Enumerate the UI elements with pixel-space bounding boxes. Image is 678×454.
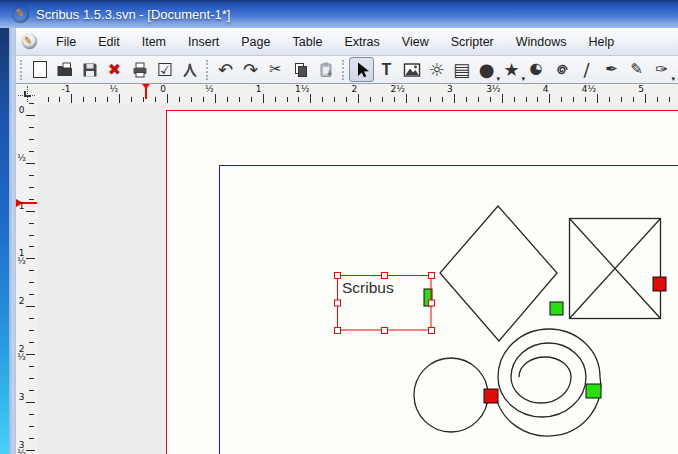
ruler-tick	[143, 97, 144, 102]
insert-text-frame-button[interactable]: T	[374, 57, 399, 82]
text-frame-icon: T	[382, 62, 392, 78]
green-rectangle[interactable]	[586, 384, 601, 398]
v-ruler-label: 2	[17, 297, 26, 305]
ruler-tick	[251, 97, 252, 102]
ruler-tick	[573, 97, 574, 102]
v-ruler-label: 3½	[17, 441, 26, 454]
menu-item-page[interactable]: Page	[230, 31, 281, 53]
ruler-tick	[227, 97, 228, 102]
insert-calligraphic-button[interactable]: ✑ ▾	[649, 57, 674, 82]
ruler-tick	[657, 97, 658, 102]
menu-item-windows[interactable]: Windows	[505, 31, 578, 53]
print-button[interactable]	[127, 57, 152, 82]
menu-item-file[interactable]: File	[45, 31, 87, 53]
table-icon: ▤	[453, 61, 470, 79]
rotate-item-button[interactable]	[674, 57, 678, 82]
printer-icon	[131, 61, 149, 79]
toolbar-separator	[206, 60, 208, 80]
insert-bezier-button[interactable]: ✒	[599, 57, 624, 82]
horizontal-ruler[interactable]: -1½0½11½22½33½44½5	[16, 84, 678, 105]
h-ruler-label: -1	[54, 84, 70, 94]
ruler-tick	[29, 318, 34, 319]
document-window-icon[interactable]	[22, 34, 37, 49]
scribus-logo-icon	[12, 6, 29, 23]
ruler-tick	[561, 97, 562, 102]
redo-button[interactable]: ↷	[238, 57, 263, 82]
ruler-origin-widget[interactable]	[18, 86, 35, 102]
ruler-tick	[442, 97, 443, 102]
canvas-scratch-space[interactable]: Scribus	[37, 105, 678, 454]
ruler-tick	[549, 94, 550, 103]
ruler-tick	[370, 97, 371, 102]
menu-item-help[interactable]: Help	[577, 31, 625, 53]
insert-arc-button[interactable]: ◕	[524, 57, 549, 82]
ruler-tick	[239, 97, 240, 102]
h-ruler-label: 1	[246, 84, 262, 94]
pencil-icon: ✎	[630, 62, 643, 77]
ruler-tick	[334, 97, 335, 102]
v-ruler-label: 2½	[17, 345, 26, 361]
ruler-tick	[633, 97, 634, 102]
menu-item-scripter[interactable]: Scripter	[440, 31, 505, 53]
menu-item-extras[interactable]: Extras	[333, 31, 390, 53]
menu-item-edit[interactable]: Edit	[87, 31, 131, 53]
ruler-tick	[59, 97, 60, 102]
insert-spiral-button[interactable]	[549, 57, 574, 82]
ruler-tick	[29, 390, 34, 391]
insert-table-button[interactable]: ▤	[449, 57, 474, 82]
close-document-button[interactable]: ✖	[102, 57, 127, 82]
red-rectangle[interactable]	[653, 277, 666, 291]
cut-button[interactable]: ✂	[263, 57, 288, 82]
ruler-tick	[167, 94, 168, 103]
preflight-check-icon: ☑	[156, 61, 172, 79]
title-bar[interactable]: Scribus 1.5.3.svn - [Document-1*]	[0, 0, 678, 28]
open-document-button[interactable]	[52, 57, 77, 82]
insert-freehand-button[interactable]: ✎	[624, 57, 649, 82]
h-ruler-label: 1½	[293, 84, 309, 94]
ruler-tick	[29, 270, 34, 271]
insert-polygon-button[interactable]: ★ ▾	[499, 57, 524, 82]
insert-shape-button[interactable]: ● ▾	[474, 57, 499, 82]
ruler-tick	[394, 97, 395, 102]
ruler-tick	[29, 103, 34, 104]
h-ruler-label: 3½	[485, 84, 501, 94]
copy-button[interactable]	[288, 57, 313, 82]
save-floppy-icon	[81, 61, 99, 79]
preflight-verifier-button[interactable]: ☑	[152, 57, 177, 82]
red-rectangle[interactable]	[484, 389, 498, 403]
ruler-tick	[29, 235, 34, 236]
insert-render-frame-button[interactable]: ☼	[424, 57, 449, 82]
ruler-tick	[597, 94, 598, 103]
menu-item-item[interactable]: Item	[131, 31, 177, 53]
menu-item-table[interactable]: Table	[281, 31, 333, 53]
save-document-button[interactable]	[77, 57, 102, 82]
menu-item-insert[interactable]: Insert	[177, 31, 230, 53]
menu-item-view[interactable]: View	[391, 31, 440, 53]
green-rectangle[interactable]	[550, 302, 563, 315]
pen-nib-icon: ✒	[605, 62, 618, 77]
ruler-tick	[83, 97, 84, 102]
paste-button[interactable]	[313, 57, 338, 82]
ruler-tick	[26, 354, 35, 355]
ruler-tick	[454, 94, 455, 103]
document-page[interactable]	[167, 111, 678, 454]
insert-image-frame-button[interactable]	[399, 57, 424, 82]
ruler-tick	[346, 97, 347, 102]
ruler-tick	[131, 97, 132, 102]
text-frame-content[interactable]: Scribus	[342, 279, 394, 296]
new-document-button[interactable]	[27, 57, 52, 82]
ruler-tick	[514, 97, 515, 102]
ruler-tick	[26, 211, 35, 212]
vertical-ruler[interactable]: 0½11½22½33½	[16, 105, 37, 454]
ruler-tick	[215, 94, 216, 103]
spiral-icon	[553, 61, 571, 79]
ruler-tick	[29, 426, 34, 427]
paste-clipboard-icon	[317, 61, 335, 79]
select-item-button[interactable]	[349, 57, 374, 82]
insert-line-button[interactable]: ∕	[574, 57, 599, 82]
ruler-tick	[621, 97, 622, 102]
h-ruler-label: 0	[150, 84, 166, 94]
ruler-tick	[29, 175, 34, 176]
undo-button[interactable]: ↶	[213, 57, 238, 82]
export-pdf-button[interactable]	[177, 57, 202, 82]
